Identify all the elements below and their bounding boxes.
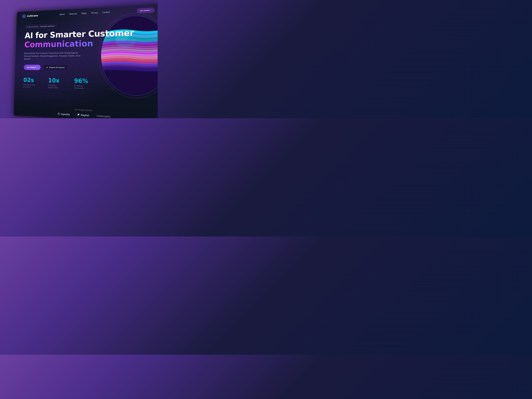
- hiring-link-arrow: ›: [55, 25, 55, 27]
- stat-response-time: 02s Average answer accuracy!: [23, 77, 43, 89]
- logo[interactable]: Collinate: [22, 13, 38, 18]
- lamborghini-label: Lamborghini: [96, 114, 111, 118]
- hiring-link-text: See open positions: [40, 25, 54, 27]
- paypal-icon: [77, 113, 80, 116]
- spotify-label: Spotify: [61, 113, 70, 116]
- get-started-arrow: ›: [37, 66, 38, 68]
- stat-manual-intervention-value: 96%: [74, 78, 89, 84]
- nav-blogs[interactable]: Blogs: [82, 12, 87, 14]
- paypal-label: PayPal: [81, 114, 89, 117]
- svg-point-23: [57, 113, 60, 115]
- nav-features[interactable]: Features: [69, 13, 77, 15]
- nav-get-started-arrow: ›: [151, 9, 151, 11]
- hiring-dot: [27, 26, 27, 27]
- hero-section: We are hiring See open positions › AI fo…: [14, 15, 158, 95]
- nav-get-started-label: Get Started: [140, 9, 150, 12]
- hiring-link[interactable]: See open positions ›: [40, 25, 55, 27]
- nav-contact[interactable]: Contact: [103, 11, 110, 13]
- lightning-icon: ⚡: [46, 66, 48, 69]
- cta-buttons: Get Started › ⚡ Explore all Features: [24, 65, 151, 71]
- explore-features-button[interactable]: ⚡ Explore all Features: [43, 65, 68, 70]
- nav-pricing[interactable]: Pricing: [91, 12, 98, 14]
- stat-organic-sales-value: 10x: [48, 77, 62, 83]
- nav-get-started-button[interactable]: Get Started ›: [137, 8, 154, 13]
- get-started-label: Get Started: [27, 66, 36, 69]
- hiring-text: We are hiring: [29, 26, 38, 28]
- stat-organic-sales: 10x Increase in organic sales: [48, 77, 68, 89]
- partner-lamborghini: Lamborghini: [96, 114, 111, 118]
- spotify-icon: [57, 112, 60, 115]
- hero-heading: AI for Smarter Customer Communication: [24, 27, 151, 49]
- nav-links: About Features Blogs Pricing Contact: [60, 11, 110, 16]
- logo-icon: [22, 14, 26, 18]
- hero-description: Revolutionize Your Customer Interactions…: [24, 51, 81, 60]
- brand-name: Collinate: [27, 14, 38, 17]
- explore-features-label: Explore all Features: [49, 66, 65, 69]
- stat-response-time-label: Average answer accuracy!: [23, 84, 37, 88]
- partner-spotify: Spotify: [57, 112, 70, 116]
- nav-about[interactable]: About: [60, 13, 65, 16]
- stat-manual-intervention-label: No manual intervention: [74, 85, 89, 90]
- stat-manual-intervention: 96% No manual intervention: [74, 78, 95, 90]
- partners-section: Our Trusted Partners Spotify PayPal: [14, 104, 158, 118]
- partner-paypal: PayPal: [77, 113, 89, 117]
- get-started-button[interactable]: Get Started ›: [24, 65, 41, 70]
- stat-response-time-value: 02s: [23, 77, 37, 83]
- stats-section: 02s Average answer accuracy! 10x Increas…: [23, 77, 152, 91]
- hiring-badge[interactable]: We are hiring See open positions ›: [25, 24, 57, 29]
- stat-organic-sales-label: Increase in organic sales: [48, 84, 62, 89]
